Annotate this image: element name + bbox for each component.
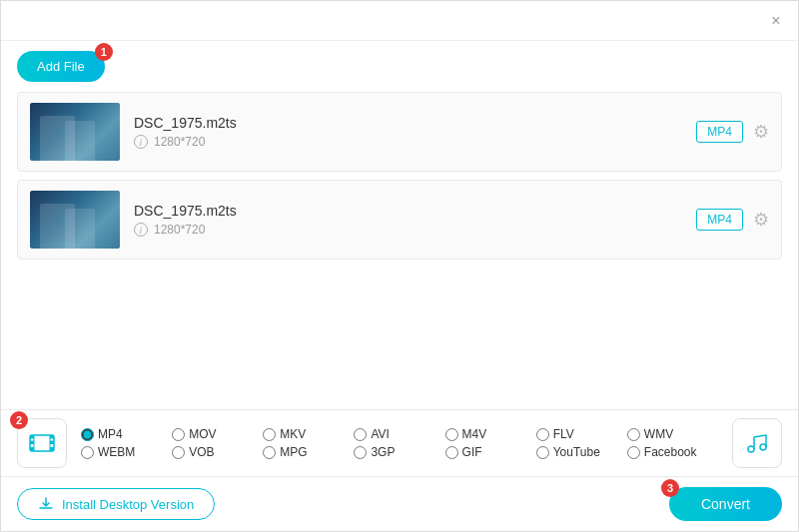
format-badge-1[interactable]: MP4 (696, 121, 743, 143)
title-bar: × (1, 1, 798, 41)
svg-rect-6 (50, 447, 54, 451)
add-file-button[interactable]: Add File 1 (17, 51, 105, 82)
svg-rect-1 (30, 435, 34, 439)
file-actions-1: MP4 ⚙ (696, 121, 769, 143)
gear-button-1[interactable]: ⚙ (753, 121, 769, 143)
svg-rect-4 (50, 435, 54, 439)
file-meta-2: i 1280*720 (134, 223, 682, 237)
file-actions-2: MP4 ⚙ (696, 209, 769, 231)
audio-format-tab[interactable] (732, 418, 782, 468)
svg-rect-5 (50, 441, 54, 445)
info-icon-1[interactable]: i (134, 135, 148, 149)
file-item-1: DSC_1975.m2ts i 1280*720 MP4 ⚙ (17, 92, 782, 172)
format-options: MP4 MOV MKV AVI M4V FLV WMV WEBM (81, 427, 718, 459)
convert-button[interactable]: 3 Convert (669, 487, 782, 521)
format-youtube[interactable]: YouTube (536, 445, 627, 459)
badge-2: 2 (10, 411, 28, 429)
install-desktop-button[interactable]: Install Desktop Version (17, 488, 215, 520)
toolbar: Add File 1 (1, 41, 798, 92)
file-name-2: DSC_1975.m2ts (134, 203, 682, 219)
format-wmv[interactable]: WMV (627, 427, 718, 441)
svg-point-9 (748, 446, 754, 452)
file-item-2: DSC_1975.m2ts i 1280*720 MP4 ⚙ (17, 180, 782, 260)
file-info-1: DSC_1975.m2ts i 1280*720 (120, 115, 696, 149)
format-vob[interactable]: VOB (172, 445, 263, 459)
format-mov[interactable]: MOV (172, 427, 263, 441)
close-button[interactable]: × (766, 11, 786, 31)
format-mp4[interactable]: MP4 (81, 427, 172, 441)
format-m4v[interactable]: M4V (445, 427, 536, 441)
file-info-2: DSC_1975.m2ts i 1280*720 (120, 203, 696, 237)
format-bar: 2 MP4 MOV MKV (1, 410, 798, 477)
file-thumbnail-1 (30, 103, 120, 161)
file-thumbnail-2 (30, 191, 120, 249)
gear-button-2[interactable]: ⚙ (753, 209, 769, 231)
bottom-panel: 2 MP4 MOV MKV (1, 409, 798, 531)
file-meta-1: i 1280*720 (134, 135, 682, 149)
file-resolution-1: 1280*720 (154, 135, 205, 149)
format-mpg[interactable]: MPG (263, 445, 354, 459)
info-icon-2[interactable]: i (134, 223, 148, 237)
music-icon (745, 431, 769, 455)
action-bar: Install Desktop Version 3 Convert (1, 477, 798, 531)
video-format-tab[interactable]: 2 (17, 418, 67, 468)
format-facebook[interactable]: Facebook (627, 445, 718, 459)
format-avi[interactable]: AVI (354, 427, 444, 441)
format-badge-2[interactable]: MP4 (696, 209, 743, 231)
download-icon (38, 496, 54, 512)
format-gif[interactable]: GIF (445, 445, 536, 459)
svg-rect-3 (30, 447, 34, 451)
svg-rect-2 (30, 441, 34, 445)
format-mkv[interactable]: MKV (263, 427, 354, 441)
badge-1: 1 (95, 43, 113, 61)
file-resolution-2: 1280*720 (154, 223, 205, 237)
svg-point-10 (760, 444, 766, 450)
file-list: DSC_1975.m2ts i 1280*720 MP4 ⚙ DSC_1975.… (1, 92, 798, 260)
format-3gp[interactable]: 3GP (354, 445, 444, 459)
film-icon (29, 432, 55, 454)
badge-3: 3 (661, 479, 679, 497)
file-name-1: DSC_1975.m2ts (134, 115, 682, 131)
format-flv[interactable]: FLV (536, 427, 627, 441)
format-webm[interactable]: WEBM (81, 445, 172, 459)
